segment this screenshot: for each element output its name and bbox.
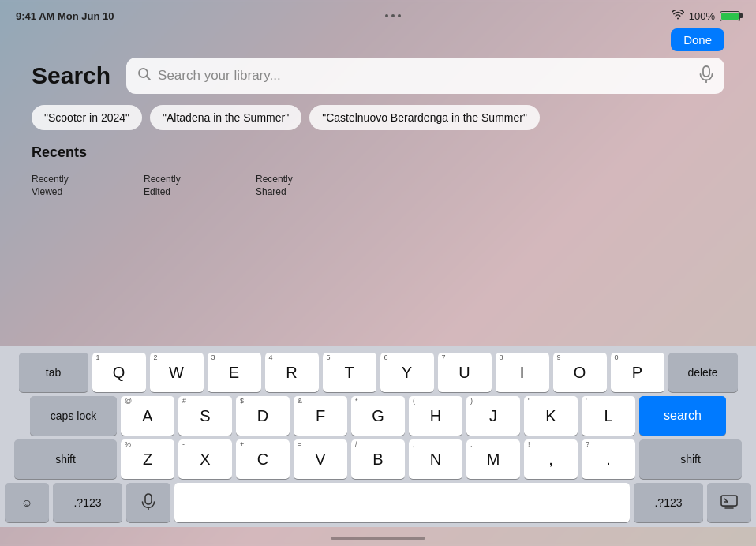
status-time: 9:41 AM Mon Jun 10 — [16, 10, 114, 22]
caps-lock-key[interactable]: caps lock — [30, 396, 117, 436]
suggestion-chip-2[interactable]: "Castelnuovo Berardenga in the Summer" — [309, 105, 540, 130]
key-o[interactable]: 9 O — [553, 353, 607, 392]
key-z[interactable]: % Z — [121, 439, 174, 479]
status-center-dots — [385, 14, 401, 17]
emoji-label: ☺ — [21, 496, 32, 509]
search-label: search — [664, 409, 702, 423]
key-m[interactable]: : M — [466, 439, 520, 479]
key-j[interactable]: ) J — [466, 396, 520, 436]
recent-item-recently-edited[interactable]: RecentlyEdited — [144, 169, 246, 198]
key-b[interactable]: / B — [351, 439, 405, 479]
recents-grid: RecentlyViewed RecentlyEdited RecentlySh… — [32, 169, 724, 198]
dot-3 — [398, 14, 401, 17]
key-k[interactable]: " K — [524, 396, 578, 436]
key-period[interactable]: ? . — [582, 439, 635, 479]
key-comma[interactable]: ! , — [524, 439, 578, 479]
done-button-row: Done — [32, 28, 724, 51]
keyboard-dismiss-icon — [720, 495, 738, 511]
svg-line-1 — [147, 77, 151, 80]
delete-key[interactable]: delete — [668, 353, 738, 392]
key-n[interactable]: ; N — [409, 439, 462, 479]
shift-right-key[interactable]: shift — [639, 439, 742, 479]
status-bar: 9:41 AM Mon Jun 10 100% — [0, 0, 756, 28]
search-title: Search — [32, 62, 110, 89]
space-key[interactable] — [174, 483, 630, 522]
key-p[interactable]: 0 P — [611, 353, 664, 392]
mic-key[interactable] — [126, 483, 170, 522]
svg-rect-6 — [721, 496, 737, 506]
keyboard-row-4: ☺ .?123 .?123 — [5, 483, 751, 522]
key-l[interactable]: ' L — [582, 396, 635, 436]
key-r[interactable]: 4 R — [265, 353, 319, 392]
key-t[interactable]: 5 T — [323, 353, 376, 392]
dot-2 — [391, 14, 395, 17]
recent-label-recently-viewed: RecentlyViewed — [32, 174, 69, 198]
tab-label: tab — [46, 366, 61, 379]
numbers-right-label: .?123 — [654, 496, 682, 509]
key-f[interactable]: & F — [294, 396, 347, 436]
shift-left-key[interactable]: shift — [14, 439, 117, 479]
mic-keyboard-icon — [141, 493, 155, 513]
recent-item-recently-viewed[interactable]: RecentlyViewed — [32, 169, 134, 198]
recent-item-recently-shared[interactable]: RecentlyShared — [256, 169, 358, 198]
keyboard-row-1: tab 1 Q 2 W 3 E 4 R 5 T 6 — [5, 353, 751, 392]
search-placeholder[interactable]: Search your library... — [158, 68, 693, 84]
svg-rect-2 — [703, 66, 709, 77]
svg-rect-4 — [145, 494, 152, 504]
keyboard-row-2: caps lock @ A # S $ D & F * G — [5, 396, 751, 436]
content-area: Done Search Search your library... — [0, 28, 756, 346]
search-row: Search Search your library... — [32, 58, 724, 94]
wifi-icon — [672, 10, 684, 22]
recents-section: Recents RecentlyViewed RecentlyEdited — [32, 144, 724, 198]
key-g[interactable]: * G — [351, 396, 405, 436]
key-e[interactable]: 3 E — [208, 353, 261, 392]
key-d[interactable]: $ D — [236, 396, 290, 436]
home-indicator-bar — [0, 530, 756, 546]
battery-icon — [720, 11, 740, 21]
key-a[interactable]: @ A — [121, 396, 174, 436]
key-y[interactable]: 6 Y — [380, 353, 434, 392]
keyboard-row-3: shift % Z - X + C = V / B ; — [5, 439, 751, 479]
recents-label: Recents — [32, 144, 724, 161]
key-u[interactable]: 7 U — [438, 353, 492, 392]
key-q[interactable]: 1 Q — [92, 353, 146, 392]
search-key[interactable]: search — [639, 396, 726, 436]
recent-label-recently-shared: RecentlyShared — [256, 174, 293, 198]
keyboard-dismiss-key[interactable] — [707, 483, 751, 522]
emoji-key[interactable]: ☺ — [5, 483, 49, 522]
numbers-left-label: .?123 — [73, 496, 101, 509]
tab-key[interactable]: tab — [19, 353, 88, 392]
key-v[interactable]: = V — [294, 439, 347, 479]
numbers-key-left[interactable]: .?123 — [53, 483, 122, 522]
key-w[interactable]: 2 W — [150, 353, 204, 392]
key-s[interactable]: # S — [178, 396, 232, 436]
key-i[interactable]: 8 I — [496, 353, 549, 392]
suggestion-chip-1[interactable]: "Altadena in the Summer" — [150, 105, 301, 130]
mic-icon[interactable] — [699, 65, 713, 86]
shift-right-label: shift — [680, 453, 701, 466]
suggestions-row: "Scooter in 2024" "Altadena in the Summe… — [32, 105, 724, 130]
key-h[interactable]: ( H — [409, 396, 462, 436]
delete-label: delete — [687, 366, 717, 379]
done-button[interactable]: Done — [671, 28, 724, 51]
numbers-key-right[interactable]: .?123 — [634, 483, 703, 522]
shift-left-label: shift — [55, 453, 76, 466]
search-icon — [137, 67, 152, 84]
key-x[interactable]: - X — [178, 439, 232, 479]
search-bar[interactable]: Search your library... — [126, 58, 724, 94]
status-right: 100% — [672, 10, 740, 22]
dot-1 — [385, 14, 388, 17]
keyboard: tab 1 Q 2 W 3 E 4 R 5 T 6 — [0, 346, 756, 527]
suggestion-chip-0[interactable]: "Scooter in 2024" — [32, 105, 142, 130]
battery-percentage: 100% — [689, 10, 715, 22]
recent-label-recently-edited: RecentlyEdited — [144, 174, 181, 198]
home-indicator — [331, 537, 425, 540]
key-c[interactable]: + C — [236, 439, 290, 479]
caps-lock-label: caps lock — [51, 410, 96, 422]
